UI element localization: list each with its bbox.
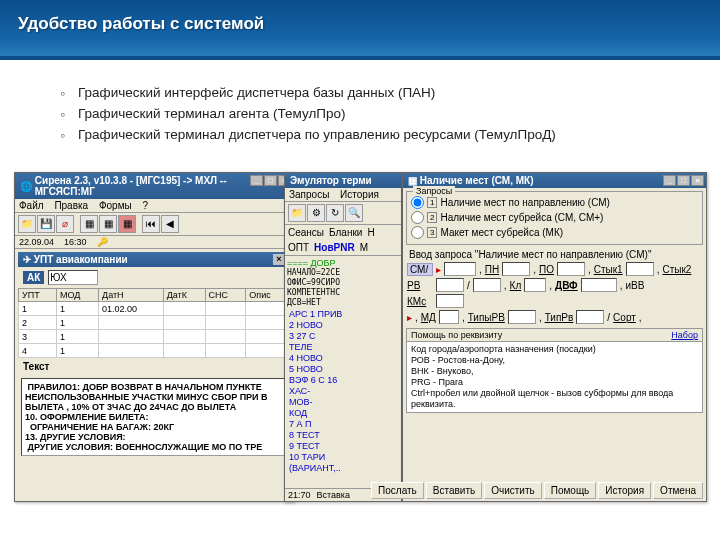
titlebar: Эмулятор терми <box>285 173 401 188</box>
radio-sm[interactable] <box>411 196 424 209</box>
help-link[interactable]: Набор <box>671 330 698 340</box>
link-sessions[interactable]: Сеансы <box>288 227 324 238</box>
menu-history[interactable]: История <box>340 189 379 200</box>
table-row: 31 <box>19 330 290 344</box>
close-icon[interactable]: × <box>691 175 704 186</box>
sub-window: ✈ УПТ авиакомпании × АК УПТ МОД ДатН Дат… <box>18 252 290 456</box>
ak-input[interactable] <box>48 270 98 285</box>
flag-icon: ▸ <box>407 312 412 323</box>
input-1[interactable] <box>444 262 476 276</box>
col-datn[interactable]: ДатН <box>99 289 164 302</box>
sub-icon: ✈ <box>23 254 31 265</box>
radio-mk[interactable] <box>411 226 424 239</box>
maximize-icon[interactable]: □ <box>677 175 690 186</box>
tool-folder-icon[interactable]: 📁 <box>288 204 306 222</box>
toolbar: 📁 ⚙ ↻ 🔍 <box>285 202 401 225</box>
tool-grid2-icon[interactable]: ▦ <box>99 215 117 233</box>
col-mod[interactable]: МОД <box>56 289 98 302</box>
data-grid: УПТ МОД ДатН ДатК СНС Опис 1101.02.00 21… <box>18 288 290 358</box>
link-row: Сеансы Бланки Н <box>285 225 401 240</box>
info-bar: 22.09.04 16:30 🔑 <box>15 236 293 249</box>
send-button[interactable]: Послать <box>371 482 424 499</box>
window-title: Эмулятор терми <box>290 175 372 186</box>
help-box: Помощь по реквизитуНабор Код города/аэро… <box>406 328 703 413</box>
tool-cog-icon[interactable]: ⚙ <box>307 204 325 222</box>
key-icon: 🔑 <box>97 237 108 247</box>
maximize-icon[interactable]: □ <box>264 175 277 186</box>
menu-bar: Файл Правка Формы ? <box>15 199 293 213</box>
tool-cancel-icon[interactable]: ⌀ <box>56 215 74 233</box>
window-controls: _□× <box>663 175 704 186</box>
window-seat-availability: ▦ Наличие мест (СМ, МК) _□× Запросы 1Нал… <box>402 172 707 502</box>
table-row: 21 <box>19 316 290 330</box>
toolbar: 📁 💾 ⌀ ▦ ▦ ▦ ⏮ ◀ <box>15 213 293 236</box>
info-time: 16:30 <box>64 237 87 247</box>
help-button[interactable]: Помощь <box>544 482 597 499</box>
slide-header: Удобство работы с системой <box>0 0 720 60</box>
clear-button[interactable]: Очистить <box>484 482 542 499</box>
cancel-button[interactable]: Отмена <box>653 482 703 499</box>
menu-forms[interactable]: Формы <box>99 200 132 211</box>
input-tiprv[interactable] <box>576 310 604 324</box>
history-button[interactable]: История <box>598 482 651 499</box>
screenshot-area: 🌐 Сирена 2.3, v10.3.8 - [МГС195] -> МХЛ … <box>14 172 708 532</box>
tool-save-icon[interactable]: 💾 <box>37 215 55 233</box>
menu-file[interactable]: Файл <box>19 200 44 211</box>
col-opis[interactable]: Опис <box>246 289 290 302</box>
input-tipyrv[interactable] <box>508 310 536 324</box>
help-body: Код города/аэропорта назначения (посадки… <box>411 344 698 410</box>
tab-opt[interactable]: ОПТ <box>288 242 309 253</box>
input-kms[interactable] <box>436 294 464 308</box>
sm-label: СМ/ <box>407 263 433 276</box>
input-styk1[interactable] <box>626 262 654 276</box>
col-sns[interactable]: СНС <box>205 289 246 302</box>
terminal-body: ==== ДОБР НАЧАЛО=22СЕ ОФИС=99СИРО КОМПЕТ… <box>285 256 401 477</box>
minimize-icon[interactable]: _ <box>250 175 263 186</box>
tool-open-icon[interactable]: 📁 <box>18 215 36 233</box>
flag-icon: ▸ <box>436 264 441 275</box>
menu-help[interactable]: ? <box>143 200 149 211</box>
window-terminal-emulator: Эмулятор терми Запросы История 📁 ⚙ ↻ 🔍 С… <box>284 172 402 502</box>
rule-text[interactable]: ПРАВИЛО1: ДОБР ВОЗВРАТ В НАЧАЛЬНОМ ПУНКТ… <box>21 378 287 456</box>
tool-search-icon[interactable]: 🔍 <box>345 204 363 222</box>
term-header: НАЧАЛО=22СЕ ОФИС=99СИРО КОМПЕТЕНТНС ДСВ=… <box>287 268 399 308</box>
input-pn[interactable] <box>502 262 530 276</box>
prompt-line: Ввод запроса "Наличие мест по направлени… <box>403 248 706 261</box>
sub-titlebar: ✈ УПТ авиакомпании × <box>18 252 290 267</box>
tool-prev-icon[interactable]: ◀ <box>161 215 179 233</box>
input-md[interactable] <box>439 310 459 324</box>
button-bar: Послать Вставить Очистить Помощь История… <box>371 482 703 499</box>
group-title: Запросы <box>413 186 455 196</box>
sb-mode: Вставка <box>317 490 350 500</box>
tab-novpnr[interactable]: НовPNR <box>314 242 355 253</box>
col-datk[interactable]: ДатК <box>163 289 205 302</box>
menu-requests[interactable]: Запросы <box>289 189 329 200</box>
input-dvf[interactable] <box>581 278 617 292</box>
insert-button[interactable]: Вставить <box>426 482 482 499</box>
menu-bar: Запросы История <box>285 188 401 202</box>
table-row: 41 <box>19 344 290 358</box>
input-kl[interactable] <box>524 278 546 292</box>
input-rv2[interactable] <box>473 278 501 292</box>
col-upt[interactable]: УПТ <box>19 289 57 302</box>
window-title: Наличие мест (СМ, МК) <box>420 175 534 186</box>
slide-title: Удобство работы с системой <box>18 14 702 34</box>
tool-grid3-icon[interactable]: ▦ <box>118 215 136 233</box>
radio-sm-plus[interactable] <box>411 211 424 224</box>
text-label: Текст <box>18 358 290 375</box>
minimize-icon[interactable]: _ <box>663 175 676 186</box>
menu-edit[interactable]: Правка <box>54 200 88 211</box>
tab-m[interactable]: M <box>360 242 368 253</box>
tool-grid1-icon[interactable]: ▦ <box>80 215 98 233</box>
titlebar: 🌐 Сирена 2.3, v10.3.8 - [МГС195] -> МХЛ … <box>15 173 293 199</box>
tool-refresh-icon[interactable]: ↻ <box>326 204 344 222</box>
app-icon: 🌐 <box>20 181 32 192</box>
sb-pos: 21:70 <box>288 490 311 500</box>
input-rv[interactable] <box>436 278 464 292</box>
tool-first-icon[interactable]: ⏮ <box>142 215 160 233</box>
bullet-item: Графический терминал агента (ТемулПро) <box>78 103 720 124</box>
link-n[interactable]: Н <box>367 227 374 238</box>
input-po[interactable] <box>557 262 585 276</box>
term-green: ==== ДОБР <box>287 258 399 268</box>
link-blanks[interactable]: Бланки <box>329 227 362 238</box>
